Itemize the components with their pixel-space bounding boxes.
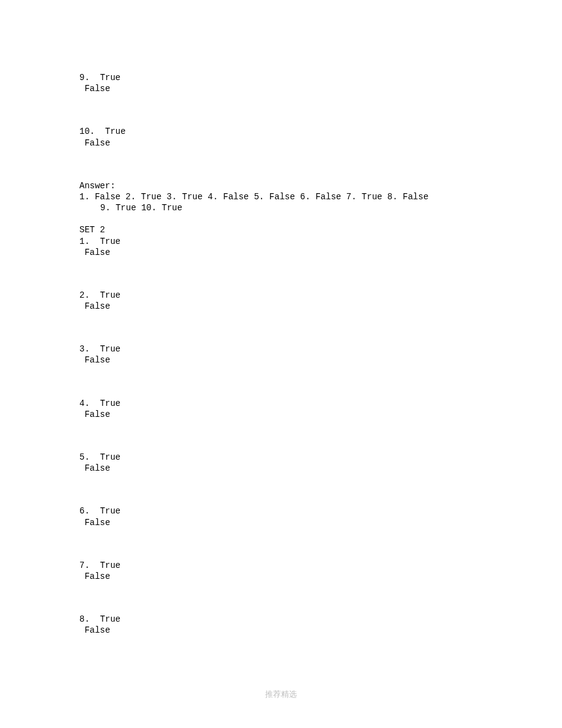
question-line-2: False [79,138,483,149]
question-line-1: 7. True [79,560,483,571]
question-line-1: 4. True [79,398,483,409]
question-line-2: False [79,463,483,474]
question-line-1: 2. True [79,290,483,301]
answer-heading: Answer: [79,180,483,191]
question-line-1: 1. True [79,236,483,247]
question-line-2: False [79,355,483,366]
question-line-2: False [79,517,483,528]
question-line-1: 5. True [79,452,483,463]
answer-section: Answer: 1. False 2. True 3. True 4. Fals… [79,180,483,214]
question-line-2: False [79,301,483,312]
question-item: 6. True False [79,506,483,528]
question-line-1: 3. True [79,344,483,355]
question-item: 1. True False [79,236,483,258]
question-item: 8. True False [79,614,483,636]
question-item: 3. True False [79,344,483,366]
question-line-1: 8. True [79,614,483,625]
question-item: 5. True False [79,452,483,474]
question-item: 10. True False [79,126,483,148]
question-line-1: 10. True [79,126,483,137]
question-line-2: False [79,83,483,94]
question-line-2: False [79,625,483,636]
set-heading: SET 2 [79,224,483,235]
question-line-1: 6. True [79,506,483,517]
question-item: 7. True False [79,560,483,582]
answer-key: 1. False 2. True 3. True 4. False 5. Fal… [79,191,442,213]
question-item: 9. True False [79,72,483,94]
document-page: 9. True False 10. True False Answer: 1. … [0,0,562,728]
question-item: 4. True False [79,398,483,420]
question-line-2: False [79,571,483,582]
page-footer: 推荐精选 [0,689,562,700]
question-line-2: False [79,409,483,420]
question-item: 2. True False [79,290,483,312]
question-line-2: False [79,247,483,258]
question-line-1: 9. True [79,72,483,83]
